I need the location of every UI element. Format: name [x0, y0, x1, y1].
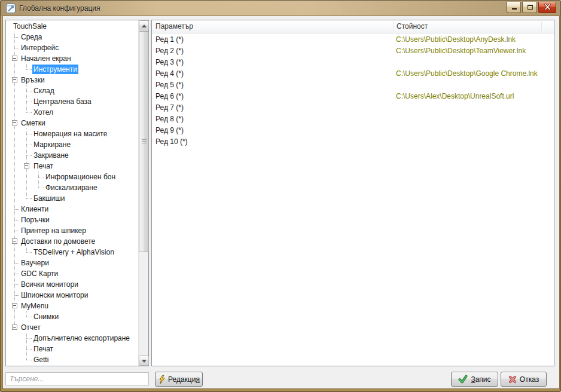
tree-item[interactable]: Маркиране: [6, 139, 138, 150]
tree-item[interactable]: Бакшиши: [6, 193, 138, 204]
param-cell: Ред 2 (*): [156, 45, 184, 57]
table-row[interactable]: Ред 9 (*): [152, 125, 554, 136]
scroll-down-button[interactable]: [139, 356, 149, 366]
table-row[interactable]: Ред 7 (*): [152, 102, 554, 114]
tree-item[interactable]: Хотел: [6, 107, 138, 118]
tree-item[interactable]: GDC Карти: [6, 268, 138, 279]
close-button[interactable]: [538, 2, 556, 13]
settings-tree-panel: TouchSale Среда Интерфейс Начален екран …: [5, 20, 149, 366]
tree-item-label: Номерация на масите: [32, 129, 108, 139]
edit-button[interactable]: Редакция: [155, 372, 203, 387]
tree-item[interactable]: Закриване: [6, 150, 138, 161]
param-cell: Ред 3 (*): [156, 57, 184, 68]
maximize-button[interactable]: [522, 2, 537, 13]
tree-item-label: TouchSale: [12, 22, 48, 31]
tree-item-label: Ваучери: [20, 258, 50, 268]
parameter-list-panel: Параметър Стойност Ред 1 (*)C:\Users\Pub…: [151, 20, 554, 366]
minimize-icon: [512, 8, 517, 10]
collapse-expander-icon[interactable]: [12, 238, 17, 244]
table-row[interactable]: Ред 1 (*)C:\Users\Public\Desktop\AnyDesk…: [152, 34, 554, 45]
table-row[interactable]: Ред 10 (*): [152, 136, 554, 148]
tree-item[interactable]: Печат: [6, 344, 138, 354]
tree-item-label: Закриване: [32, 151, 70, 160]
tree-item[interactable]: Поръчки: [6, 215, 138, 225]
tree-item-label: Допълнително експортиране: [32, 333, 131, 343]
tree-item[interactable]: Клиенти: [6, 204, 138, 215]
tree-item-label: Централена база: [32, 97, 93, 106]
tree-item[interactable]: MyMenu: [6, 301, 138, 311]
value-cell: C:\Users\Public\Desktop\Google Chrome.ln…: [396, 68, 538, 79]
tree-item[interactable]: Допълнително експортиране: [6, 333, 138, 344]
tree-item[interactable]: Печат: [6, 161, 138, 172]
collapse-expander-icon[interactable]: [12, 303, 17, 308]
value-cell: C:\Users\Alex\Desktop\UnrealSoft.url: [396, 91, 514, 102]
tree-item[interactable]: Склад: [6, 85, 138, 96]
tree-scrollbar[interactable]: [138, 20, 148, 366]
param-cell: Ред 8 (*): [156, 114, 184, 125]
tree-item[interactable]: Интерфейс: [6, 42, 138, 53]
window-controls: [507, 2, 556, 13]
save-button[interactable]: Запис: [451, 372, 498, 387]
tree-item[interactable]: Getti: [6, 354, 138, 365]
collapse-expander-icon[interactable]: [12, 120, 17, 125]
tree-item-label: Бакшиши: [32, 194, 66, 203]
lightning-icon: [158, 375, 165, 384]
column-header-value[interactable]: Стойност: [397, 20, 428, 33]
tree-item[interactable]: Номерация на масите: [6, 128, 138, 139]
table-row[interactable]: Ред 8 (*): [152, 114, 554, 125]
tree-item[interactable]: Шпионски монитори: [6, 290, 138, 301]
table-row[interactable]: Ред 2 (*)C:\Users\Public\Desktop\TeamVie…: [152, 45, 554, 57]
settings-tree: TouchSale Среда Интерфейс Начален екран …: [6, 20, 138, 366]
param-cell: Ред 6 (*): [156, 91, 184, 102]
window-title: Глобална конфигурация: [19, 4, 100, 13]
tree-item-label: Връзки: [20, 75, 46, 85]
collapse-expander-icon[interactable]: [12, 56, 17, 61]
config-window-icon: [6, 4, 16, 13]
tree-item[interactable]: Доставки по домовете: [6, 236, 138, 247]
edit-button-label: Редакция: [168, 375, 200, 384]
tree-item-label: Интерфейс: [20, 43, 60, 53]
tree-item[interactable]: Информационен бон: [6, 172, 138, 182]
tree-item[interactable]: Централена база: [6, 96, 138, 107]
param-cell: Ред 1 (*): [156, 34, 184, 45]
tree-item-label: Инструменти: [32, 65, 78, 74]
collapse-expander-icon[interactable]: [12, 77, 17, 82]
column-separator[interactable]: [393, 22, 394, 32]
tree-item[interactable]: Ваучери: [6, 258, 138, 268]
tree-item-label: Фискализиране: [44, 183, 99, 192]
tree-item-selected[interactable]: Инструменти: [6, 64, 138, 75]
tree-item-touchsale[interactable]: TouchSale: [6, 21, 138, 32]
minimize-button[interactable]: [507, 2, 521, 13]
scrollbar-thumb[interactable]: [139, 31, 149, 252]
table-row[interactable]: Ред 4 (*)C:\Users\Public\Desktop\Google …: [152, 68, 554, 79]
title-bar[interactable]: Глобална конфигурация: [1, 1, 560, 16]
tree-item[interactable]: TSDelivery + AlphaVision: [6, 247, 138, 258]
table-row[interactable]: Ред 3 (*): [152, 57, 554, 68]
column-header-parameter[interactable]: Параметър: [156, 20, 193, 33]
checkmark-icon: [458, 375, 468, 384]
table-row[interactable]: Ред 6 (*)C:\Users\Alex\Desktop\UnrealSof…: [152, 91, 554, 102]
column-separator[interactable]: [541, 22, 542, 32]
tree-item[interactable]: Отчет: [6, 322, 138, 333]
tree-item[interactable]: Снимки: [6, 311, 138, 322]
tree-item[interactable]: Сметки: [6, 118, 138, 128]
tree-item[interactable]: Начален екран: [6, 53, 138, 64]
list-header: Параметър Стойност: [152, 20, 554, 33]
tree-item-label: Среда: [20, 32, 43, 42]
cancel-button[interactable]: Отказ: [501, 372, 547, 387]
tree-item[interactable]: Връзки: [6, 75, 138, 85]
tree-item-label: Поръчки: [20, 215, 51, 225]
collapse-expander-icon[interactable]: [24, 163, 29, 169]
tree-item[interactable]: Фискализиране: [6, 182, 138, 193]
collapse-expander-icon[interactable]: [12, 324, 17, 330]
tree-item[interactable]: Всички монитори: [6, 279, 138, 290]
tree-item-label: Принтер на шпикер: [20, 226, 87, 235]
cancel-button-label: Отказ: [520, 375, 539, 384]
search-input[interactable]: [5, 372, 149, 385]
tree-item[interactable]: Среда: [6, 32, 138, 42]
param-cell: Ред 9 (*): [156, 125, 184, 136]
scroll-up-button[interactable]: [139, 20, 149, 30]
tree-item[interactable]: Принтер на шпикер: [6, 225, 138, 236]
param-cell: Ред 4 (*): [156, 68, 184, 79]
table-row[interactable]: Ред 5 (*): [152, 79, 554, 91]
